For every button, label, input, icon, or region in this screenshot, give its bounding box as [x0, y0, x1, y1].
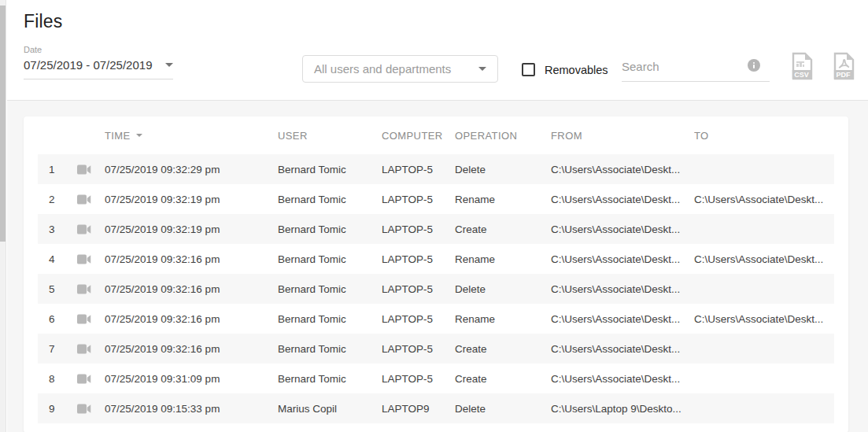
table-row[interactable]: 4 07/25/2019 09:32:16 pm Bernard Tomic L… [38, 244, 834, 274]
cell-computer: LAPTOP-5 [382, 223, 455, 235]
cell-operation: Rename [455, 194, 551, 205]
session-recording-camera-icon[interactable] [77, 284, 105, 294]
cell-operation: Rename [455, 253, 551, 265]
cell-computer: LAPTOP-5 [382, 164, 455, 175]
cell-user: Marius Copil [278, 403, 382, 415]
cell-operation: Rename [455, 313, 551, 325]
table-row[interactable]: 1 07/25/2019 09:32:29 pm Bernard Tomic L… [38, 154, 834, 184]
files-table-card: TIME USER COMPUTER OPERATION FROM TO 1 0… [24, 116, 848, 432]
csv-icon-label: CSV [794, 71, 809, 79]
cell-operation: Create [455, 343, 551, 355]
cell-to-path: C:\Users\Associate\Deskt... [694, 194, 834, 205]
column-header-operation[interactable]: OPERATION [455, 130, 551, 142]
cell-computer: LAPTOP-5 [382, 283, 455, 295]
session-recording-camera-icon[interactable] [77, 164, 105, 175]
table-row[interactable]: 7 07/25/2019 09:32:16 pm Bernard Tomic L… [38, 334, 834, 364]
removables-checkbox[interactable] [522, 63, 535, 76]
date-value: 07/25/2019 - 07/25/2019 [24, 58, 152, 72]
cell-user: Bernard Tomic [278, 164, 382, 175]
search-field [622, 55, 770, 82]
cell-from-path: C:\Users\Associate\Deskt... [551, 223, 694, 235]
cell-user: Bernard Tomic [278, 283, 382, 295]
cell-from-path: C:\Users\Associate\Deskt... [551, 373, 694, 385]
cell-time: 07/25/2019 09:32:19 pm [105, 194, 278, 205]
removables-label: Removables [545, 64, 608, 76]
search-input[interactable] [622, 55, 748, 81]
date-range-picker[interactable]: Date 07/25/2019 - 07/25/2019 [24, 45, 173, 79]
scrollbar-thumb[interactable] [0, 6, 6, 242]
session-recording-camera-icon[interactable] [77, 194, 105, 205]
cell-computer: LAPTOP-5 [382, 343, 455, 355]
date-label: Date [24, 45, 173, 54]
cell-time: 07/25/2019 09:32:16 pm [105, 253, 278, 265]
table-row[interactable]: 5 07/25/2019 09:32:16 pm Bernard Tomic L… [38, 274, 834, 304]
cell-computer: LAPTOP-5 [382, 313, 455, 325]
cell-time: 07/25/2019 09:32:16 pm [105, 313, 278, 325]
row-number: 3 [38, 223, 77, 235]
cell-computer: LAPTOP-5 [382, 194, 455, 205]
cell-time: 07/25/2019 09:15:33 pm [105, 403, 278, 415]
table-row[interactable]: 6 07/25/2019 09:32:16 pm Bernard Tomic L… [38, 304, 834, 334]
sort-desc-icon [136, 134, 142, 137]
cell-operation: Delete [455, 164, 551, 175]
table-row[interactable]: 8 07/25/2019 09:31:09 pm Bernard Tomic L… [38, 364, 834, 393]
info-icon[interactable] [748, 59, 760, 75]
session-recording-camera-icon[interactable] [77, 224, 105, 234]
session-recording-camera-icon[interactable] [77, 344, 105, 354]
cell-user: Bernard Tomic [278, 194, 382, 205]
cell-operation: Delete [455, 283, 551, 295]
column-header-user[interactable]: USER [278, 130, 382, 142]
content-area: TIME USER COMPUTER OPERATION FROM TO 1 0… [7, 101, 868, 432]
cell-from-path: C:\Users\Laptop 9\Deskto... [551, 403, 694, 415]
filter-bar: Files Date 07/25/2019 - 07/25/2019 All u… [7, 0, 868, 101]
cell-to-path: C:\Users\Associate\Deskt... [694, 313, 834, 325]
table-row[interactable]: 2 07/25/2019 09:32:19 pm Bernard Tomic L… [38, 184, 834, 214]
row-number: 4 [38, 253, 77, 265]
row-number: 1 [38, 164, 77, 175]
cell-computer: LAPTOP-5 [382, 253, 455, 265]
column-header-time[interactable]: TIME [105, 130, 278, 142]
chevron-down-icon [478, 67, 486, 71]
cell-operation: Create [455, 373, 551, 385]
row-number: 8 [38, 373, 77, 385]
column-header-from[interactable]: FROM [551, 130, 694, 142]
cell-user: Bernard Tomic [278, 253, 382, 265]
users-dropdown-value: All users and departments [314, 62, 451, 76]
cell-from-path: C:\Users\Associate\Deskt... [551, 164, 694, 175]
cell-to-path: C:\Users\Associate\Deskt... [694, 253, 834, 265]
cell-user: Bernard Tomic [278, 223, 382, 235]
table-body: 1 07/25/2019 09:32:29 pm Bernard Tomic L… [24, 154, 848, 423]
table-row[interactable]: 3 07/25/2019 09:32:19 pm Bernard Tomic L… [38, 214, 834, 244]
users-departments-dropdown[interactable]: All users and departments [302, 55, 498, 83]
export-csv-button[interactable]: CSV [790, 52, 814, 80]
row-number: 2 [38, 194, 77, 205]
pdf-icon-label: PDF [837, 71, 851, 79]
session-recording-camera-icon[interactable] [77, 404, 105, 414]
cell-from-path: C:\Users\Associate\Deskt... [551, 283, 694, 295]
row-number: 7 [38, 343, 77, 355]
table-header: TIME USER COMPUTER OPERATION FROM TO [38, 116, 834, 154]
column-header-computer[interactable]: COMPUTER [382, 130, 455, 142]
table-row[interactable]: 9 07/25/2019 09:15:33 pm Marius Copil LA… [38, 393, 834, 423]
session-recording-camera-icon[interactable] [77, 374, 105, 384]
export-pdf-button[interactable]: PDF [832, 52, 855, 80]
row-number: 5 [38, 283, 77, 295]
removables-checkbox-field[interactable]: Removables [522, 63, 608, 76]
cell-time: 07/25/2019 09:31:09 pm [105, 373, 278, 385]
session-recording-camera-icon[interactable] [77, 314, 105, 324]
session-recording-camera-icon[interactable] [77, 254, 105, 264]
cell-computer: LAPTOP-5 [382, 373, 455, 385]
cell-from-path: C:\Users\Associate\Deskt... [551, 343, 694, 355]
cell-user: Bernard Tomic [278, 313, 382, 325]
cell-time: 07/25/2019 09:32:16 pm [105, 283, 278, 295]
cell-operation: Delete [455, 403, 551, 415]
page-scrollbar[interactable] [0, 0, 6, 432]
cell-from-path: C:\Users\Associate\Deskt... [551, 253, 694, 265]
row-number: 6 [38, 313, 77, 325]
column-header-to[interactable]: TO [694, 130, 834, 142]
cell-user: Bernard Tomic [278, 343, 382, 355]
cell-from-path: C:\Users\Associate\Deskt... [551, 194, 694, 205]
cell-computer: LAPTOP9 [382, 403, 455, 415]
cell-time: 07/25/2019 09:32:29 pm [105, 164, 278, 175]
page-title: Files [24, 11, 63, 32]
